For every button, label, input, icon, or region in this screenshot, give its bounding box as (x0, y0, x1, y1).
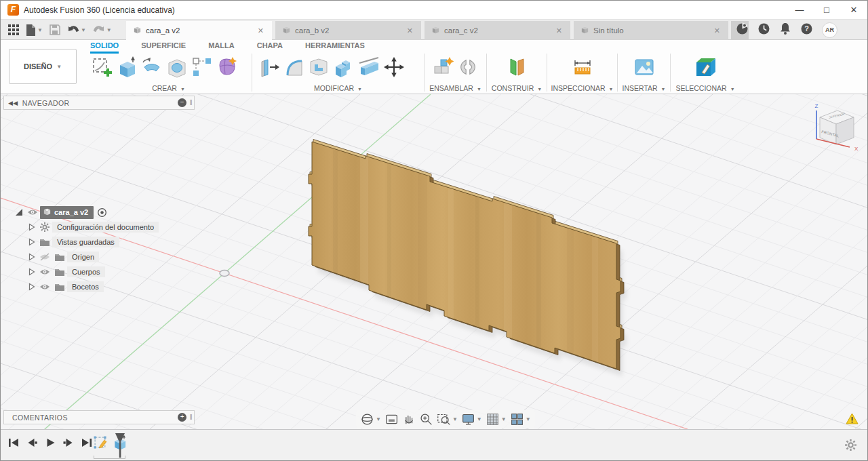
redo-button[interactable]: ▼ (91, 22, 114, 38)
step-forward-button[interactable] (62, 437, 75, 449)
timeline-sketch-feature[interactable] (93, 435, 108, 454)
warning-icon[interactable] (846, 413, 859, 424)
notifications-bell-icon[interactable] (779, 22, 791, 38)
tree-item-bocetos[interactable]: Bocetos (3, 279, 195, 294)
revolve-icon[interactable] (140, 56, 163, 79)
tree-item-origen[interactable]: Origen (3, 249, 195, 264)
visibility-eye-icon[interactable] (25, 208, 40, 216)
visibility-eye-icon[interactable] (37, 283, 52, 291)
hole-icon[interactable] (165, 56, 189, 79)
comments-header[interactable]: COMENTARIOS + ‖ (3, 410, 195, 424)
folder-icon[interactable] (52, 253, 67, 262)
go-to-start-button[interactable] (7, 437, 20, 449)
app-grid-icon[interactable] (6, 22, 21, 38)
expand-caret-icon[interactable] (26, 253, 37, 261)
group-dropdown-insertar[interactable]: INSERTAR ▼ (618, 84, 670, 92)
add-comment-icon[interactable]: + (178, 413, 186, 422)
combine-icon[interactable] (332, 56, 355, 79)
close-tab-icon[interactable]: ✕ (713, 26, 722, 35)
extensions-icon[interactable] (736, 22, 749, 38)
minimize-button[interactable]: — (786, 1, 813, 19)
expand-caret-icon[interactable] (26, 238, 37, 246)
panel-grip-icon[interactable]: ‖ (189, 414, 193, 421)
go-to-end-button[interactable] (81, 437, 93, 449)
insert-image-icon[interactable] (633, 56, 656, 79)
group-dropdown-modificar[interactable]: MODIFICAR ▼ (252, 84, 424, 92)
zoom-tool-icon[interactable] (419, 412, 433, 426)
group-dropdown-ensamblar[interactable]: ENSAMBLAR ▼ (425, 84, 486, 92)
joint-icon[interactable] (456, 56, 479, 79)
pan-tool-icon[interactable] (402, 412, 416, 426)
save-button[interactable] (47, 22, 62, 38)
viewports-tool-icon[interactable]: ▼ (510, 412, 531, 426)
group-dropdown-inspeccionar[interactable]: INSPECCIONAR ▼ (547, 84, 617, 92)
view-cube[interactable]: FRONTAL SUPERIOR Z X (810, 101, 862, 153)
close-button[interactable]: ✕ (840, 1, 867, 19)
document-tab-cara_b-v2[interactable]: cara_b v2✕ (275, 21, 421, 40)
ribbon-tab-solido[interactable]: SOLIDO (90, 41, 119, 54)
expand-caret-icon[interactable] (26, 223, 37, 231)
origin-marker[interactable] (220, 270, 229, 277)
timeline-settings-gear-icon[interactable] (845, 439, 856, 454)
play-button[interactable] (44, 437, 56, 449)
maximize-button[interactable]: □ (813, 1, 840, 19)
avatar[interactable]: AR (822, 22, 837, 38)
close-tab-icon[interactable]: ✕ (555, 26, 564, 35)
root-document-chip[interactable]: cara_a v2 (40, 206, 94, 219)
group-dropdown-construir[interactable]: CONSTRUIR ▼ (487, 84, 547, 92)
group-dropdown-seleccionar[interactable]: SELECCIONAR ▼ (671, 84, 740, 92)
construction-plane-icon[interactable] (505, 56, 528, 79)
tree-root-row[interactable]: cara_a v2 (3, 205, 195, 220)
ribbon-tab-malla[interactable]: MALLA (208, 41, 235, 54)
tree-item-configuraci-n-del-documento[interactable]: Configuración del documento (3, 220, 195, 235)
undo-button[interactable]: ▼ (65, 22, 88, 38)
gear-icon[interactable] (37, 222, 52, 232)
tree-item-cuerpos[interactable]: Cuerpos (3, 264, 195, 279)
activate-component-icon[interactable] (94, 207, 110, 218)
expand-caret-icon[interactable] (26, 283, 37, 291)
form-icon[interactable] (216, 56, 239, 79)
document-tab-cara_a-v2[interactable]: cara_a v2✕ (126, 21, 272, 40)
folder-icon[interactable] (52, 283, 67, 292)
press-pull-icon[interactable] (257, 56, 280, 79)
navegador-header[interactable]: ◀◀ NAVEGADOR − ‖ (3, 96, 195, 110)
workspace-selector[interactable]: DISEÑO▼ (9, 49, 77, 84)
job-status-icon[interactable] (757, 22, 770, 38)
look-at-tool-icon[interactable] (384, 412, 399, 426)
expand-caret-icon[interactable] (26, 268, 37, 276)
fit-tool-icon[interactable]: ▼ (437, 412, 458, 426)
new-component-icon[interactable] (431, 56, 454, 79)
folder-icon[interactable] (52, 268, 67, 277)
visibility-eye-off-icon[interactable] (37, 253, 52, 261)
viewport-3d[interactable]: FRONTAL SUPERIOR Z X ◀◀ NAVEGADOR − ‖ ca… (1, 94, 868, 429)
document-tab-sin-título[interactable]: Sin título✕ (574, 21, 728, 40)
measure-icon[interactable] (571, 56, 594, 79)
select-icon[interactable] (694, 56, 717, 79)
split-body-icon[interactable] (357, 56, 380, 79)
close-tab-icon[interactable]: ✕ (406, 26, 414, 35)
collapse-left-icon[interactable]: ◀◀ (8, 100, 18, 106)
document-tab-cara_c-v2[interactable]: cara_c v2✕ (425, 21, 570, 40)
fillet-icon[interactable] (282, 56, 305, 79)
extrude-icon[interactable] (115, 56, 138, 79)
move-icon[interactable] (382, 56, 406, 79)
group-dropdown-crear[interactable]: CREAR ▼ (85, 84, 252, 92)
folder-icon[interactable] (37, 238, 52, 247)
ribbon-tab-chapa[interactable]: CHAPA (257, 41, 283, 54)
orbit-tool-icon[interactable]: ▼ (360, 412, 381, 426)
visibility-eye-icon[interactable] (37, 268, 52, 276)
close-tab-icon[interactable]: ✕ (256, 26, 265, 35)
tree-item-vistas-guardadas[interactable]: Vistas guardadas (3, 235, 195, 249)
shell-icon[interactable] (307, 56, 330, 79)
ribbon-tab-superficie[interactable]: SUPERFICIE (141, 41, 186, 54)
file-menu-button[interactable]: ▼ (24, 22, 45, 38)
display-settings-tool-icon[interactable]: ▼ (461, 412, 482, 426)
create-sketch-icon[interactable] (90, 56, 113, 79)
minimize-panel-icon[interactable]: − (178, 98, 186, 107)
expanded-triangle-icon[interactable] (13, 208, 25, 216)
pattern-icon[interactable] (191, 56, 214, 79)
panel-grip-icon[interactable]: ‖ (189, 99, 193, 106)
grid-settings-tool-icon[interactable]: ▼ (486, 412, 507, 426)
timeline-marker[interactable] (115, 433, 125, 458)
help-icon[interactable]: ? (800, 22, 813, 38)
